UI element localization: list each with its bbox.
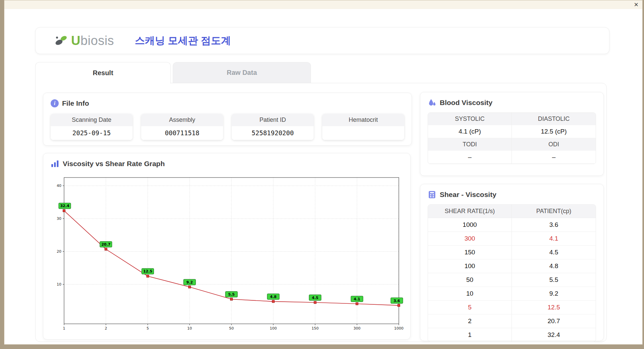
svg-text:50: 50 xyxy=(229,326,234,331)
graph-title: Viscosity vs Shear Rate Graph xyxy=(63,160,165,168)
svg-text:9.2: 9.2 xyxy=(186,280,193,285)
blood-metric-value: – xyxy=(512,151,596,164)
window-titlebar: × xyxy=(4,0,642,9)
brand-logo: Ubiosis xyxy=(54,34,114,48)
shear-viscosity-title: Shear - Viscosity xyxy=(440,191,496,199)
svg-text:1: 1 xyxy=(63,326,65,331)
tab-result[interactable]: Result xyxy=(35,62,171,84)
file-info-title-row: File Info xyxy=(51,98,404,108)
patient-viscosity-cell: 12.5 xyxy=(512,301,596,314)
graph-title-row: Viscosity vs Shear Rate Graph xyxy=(51,159,403,169)
app-window: × Ubiosis 스캐닝 모세관 점도계 Result Raw Data Fi… xyxy=(4,0,643,345)
patient-viscosity-cell: 20.7 xyxy=(512,314,596,328)
field-label: Patient ID xyxy=(232,114,314,126)
app-header: Ubiosis 스캐닝 모세관 점도계 xyxy=(35,27,609,54)
svg-text:20.7: 20.7 xyxy=(101,242,110,247)
blood-viscosity-title: Blood Viscosity xyxy=(440,99,492,107)
blood-metric-value: – xyxy=(428,151,512,164)
droplet-icon xyxy=(428,98,436,107)
svg-text:32.4: 32.4 xyxy=(60,204,69,208)
blood-metric-header-row: TODIODI xyxy=(428,138,596,151)
bar-chart-icon xyxy=(51,159,59,168)
brand-name-suffix: biosis xyxy=(80,34,114,48)
shear-table-row: 132.4 xyxy=(428,328,596,342)
svg-text:40: 40 xyxy=(57,184,61,188)
field-label: Hematocrit xyxy=(322,114,404,126)
patient-viscosity-cell: 4.8 xyxy=(512,259,596,273)
content-panel: File Info Scanning Date2025-09-15Assembl… xyxy=(35,83,607,342)
file-info-field: Scanning Date2025-09-15 xyxy=(51,114,132,140)
svg-text:100: 100 xyxy=(270,326,277,331)
svg-text:150: 150 xyxy=(312,326,319,331)
viscosity-shear-chart: 125105010015030010001020304032.420.712.5… xyxy=(51,173,404,334)
shear-viscosity-card: Shear - Viscosity SHEAR RATE(1/s)PATIENT… xyxy=(420,184,604,341)
shear-rate-cell: 300 xyxy=(428,232,512,245)
shear-table-row: 109.2 xyxy=(428,287,596,300)
patient-viscosity-cell: 32.4 xyxy=(512,328,596,342)
shear-table-row: 1004.8 xyxy=(428,259,596,273)
svg-text:2: 2 xyxy=(105,326,107,331)
svg-text:10: 10 xyxy=(187,326,192,331)
tab-raw-data[interactable]: Raw Data xyxy=(173,62,311,83)
file-info-field: Assembly000711518 xyxy=(141,114,223,140)
blood-metric-label: DIASTOLIC xyxy=(512,113,596,125)
patient-viscosity-cell: 5.5 xyxy=(512,273,596,287)
file-info-field: Hematocrit xyxy=(322,114,404,140)
file-info-card: File Info Scanning Date2025-09-15Assembl… xyxy=(43,93,412,146)
blood-metric-value: 12.5 (cP) xyxy=(512,125,596,138)
brand-name-prefix: U xyxy=(71,34,80,48)
field-label: Assembly xyxy=(141,114,223,126)
file-info-fields: Scanning Date2025-09-15Assembly000711518… xyxy=(51,114,404,140)
patient-viscosity-cell: 9.2 xyxy=(512,287,596,300)
svg-text:3.6: 3.6 xyxy=(393,299,400,303)
field-value: 000711518 xyxy=(141,126,223,140)
shear-rate-cell: 100 xyxy=(428,259,512,273)
svg-text:1000: 1000 xyxy=(394,326,404,331)
field-label: Scanning Date xyxy=(51,114,132,126)
blood-metric-value-row: –– xyxy=(428,151,596,164)
shear-table-row: 3004.1 xyxy=(428,232,596,245)
shear-rate-cell: 150 xyxy=(428,246,512,259)
blood-metric-header-row: SYSTOLICDIASTOLIC xyxy=(428,113,596,125)
shear-rate-cell: 50 xyxy=(428,273,512,287)
patient-viscosity-cell: 3.6 xyxy=(512,218,596,232)
close-icon[interactable]: × xyxy=(634,0,638,9)
graph-card: Viscosity vs Shear Rate Graph 1251050100… xyxy=(43,153,411,340)
ubiosis-logo-icon xyxy=(54,34,69,47)
shear-table-row: 505.5 xyxy=(428,273,596,287)
shear-table-row: 1504.5 xyxy=(428,245,596,259)
svg-text:4.5: 4.5 xyxy=(312,296,319,300)
app-title: 스캐닝 모세관 점도계 xyxy=(135,34,231,48)
field-value: 2025-09-15 xyxy=(51,126,132,140)
shear-rate-cell: 5 xyxy=(428,301,512,314)
svg-text:30: 30 xyxy=(57,216,61,221)
shear-table-header-row: SHEAR RATE(1/s)PATIENT(cp) xyxy=(428,205,596,218)
svg-text:20: 20 xyxy=(57,249,61,254)
blood-viscosity-table: SYSTOLICDIASTOLIC4.1 (cP)12.5 (cP)TODIOD… xyxy=(428,112,596,164)
shear-table-row: 10003.6 xyxy=(428,218,596,232)
field-value: 52581920200 xyxy=(232,126,314,140)
shear-table-row: 512.5 xyxy=(428,300,596,314)
file-info-field: Patient ID52581920200 xyxy=(232,114,314,140)
file-info-title: File Info xyxy=(62,99,89,107)
svg-text:300: 300 xyxy=(354,326,361,331)
svg-text:5.5: 5.5 xyxy=(228,292,235,297)
shear-rate-cell: 1000 xyxy=(428,218,512,232)
svg-text:5: 5 xyxy=(147,326,149,331)
blood-metric-label: ODI xyxy=(512,138,596,151)
svg-text:12.5: 12.5 xyxy=(143,269,152,273)
calculator-icon xyxy=(428,190,436,199)
shear-rate-cell: 2 xyxy=(428,314,512,328)
field-value xyxy=(322,126,404,140)
shear-rate-cell: 1 xyxy=(428,328,512,342)
blood-metric-label: SYSTOLIC xyxy=(428,113,512,125)
patient-viscosity-cell: 4.5 xyxy=(512,246,596,259)
blood-viscosity-card: Blood Viscosity SYSTOLICDIASTOLIC4.1 (cP… xyxy=(420,92,604,176)
svg-text:4.8: 4.8 xyxy=(270,295,277,299)
blood-metric-value: 4.1 (cP) xyxy=(428,125,512,138)
shear-rate-cell: 10 xyxy=(428,287,512,300)
shear-column-header: PATIENT(cp) xyxy=(512,205,596,218)
shear-table-row: 220.7 xyxy=(428,314,596,328)
svg-text:4.1: 4.1 xyxy=(354,297,361,301)
info-icon xyxy=(51,99,59,107)
